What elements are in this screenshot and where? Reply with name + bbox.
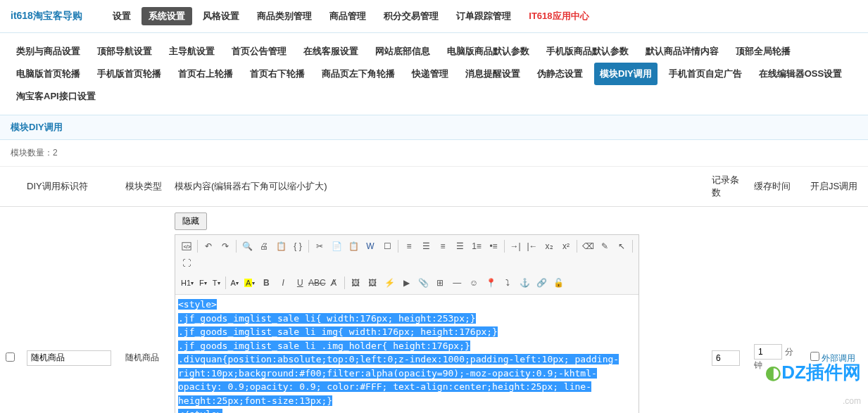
fullscreen-icon[interactable]: ⛶ bbox=[179, 255, 194, 271]
preview-icon[interactable]: 🔍 bbox=[239, 239, 255, 254]
top-nav-item[interactable]: IT618应用中心 bbox=[522, 7, 596, 25]
link-icon[interactable]: 🔗 bbox=[534, 275, 549, 291]
multi-image-icon[interactable]: 🖼 bbox=[365, 275, 380, 291]
col-type: 模块类型 bbox=[120, 167, 169, 207]
top-nav-item[interactable]: 系统设置 bbox=[141, 7, 192, 25]
sub-nav-item[interactable]: 手机版首页轮播 bbox=[92, 63, 167, 85]
paste-icon[interactable]: 📋 bbox=[346, 239, 361, 254]
align-left-icon[interactable]: ≡ bbox=[401, 239, 417, 254]
font-family-select[interactable]: F ▾ bbox=[197, 276, 209, 290]
pagebreak-icon[interactable]: ⤵ bbox=[500, 275, 515, 291]
underline-icon[interactable]: U bbox=[292, 275, 308, 291]
sub-nav-item[interactable]: 首页公告管理 bbox=[226, 40, 292, 63]
top-nav-item[interactable]: 风格设置 bbox=[196, 7, 246, 25]
count-label: 模块数量： bbox=[11, 148, 53, 158]
editor-toolbar: </>↶↷🔍🖨📋{ }✂📄📋W☐≡☰≡☰1≡•≡→||←x₂x²⌫✎↖⛶H1 ▾… bbox=[175, 235, 639, 295]
external-link[interactable]: 外部调用 bbox=[819, 353, 855, 363]
italic-icon[interactable]: I bbox=[275, 275, 291, 291]
source-icon[interactable]: </> bbox=[179, 239, 194, 254]
rich-text-editor: </>↶↷🔍🖨📋{ }✂📄📋W☐≡☰≡☰1≡•≡→||←x₂x²⌫✎↖⛶H1 ▾… bbox=[175, 234, 639, 413]
emoji-icon[interactable]: ☺ bbox=[466, 275, 482, 291]
heading-select[interactable]: H1 ▾ bbox=[179, 276, 196, 290]
outdent-icon[interactable]: |← bbox=[524, 239, 540, 254]
table-icon[interactable]: ⊞ bbox=[432, 275, 448, 291]
file-icon[interactable]: 📎 bbox=[415, 275, 431, 291]
sub-nav-item[interactable]: 首页右上轮播 bbox=[172, 63, 239, 85]
top-nav: it618淘宝客导购 设置系统设置风格设置商品类别管理商品管理积分交易管理订单跟… bbox=[0, 0, 868, 33]
redo-icon[interactable]: ↷ bbox=[218, 239, 233, 254]
template-icon[interactable]: 📋 bbox=[273, 239, 289, 254]
sub-nav-item[interactable]: 首页右下轮播 bbox=[244, 63, 310, 85]
sub-nav-item[interactable]: 快递管理 bbox=[406, 63, 454, 85]
hr-icon[interactable]: — bbox=[449, 275, 465, 291]
ordered-list-icon[interactable]: 1≡ bbox=[469, 239, 484, 254]
top-nav-item[interactable]: 商品管理 bbox=[322, 7, 373, 25]
top-nav-item[interactable]: 商品类别管理 bbox=[250, 7, 319, 25]
toolbar-separator bbox=[577, 240, 577, 253]
editor-content[interactable]: <style>.jf_goods_imglist_sale li{ width:… bbox=[175, 295, 639, 413]
sub-nav-item[interactable]: 消息提醒设置 bbox=[460, 63, 526, 85]
sub-nav-item[interactable]: 电脑版首页轮播 bbox=[11, 63, 86, 85]
toolbar-separator bbox=[197, 240, 198, 253]
media-icon[interactable]: ▶ bbox=[398, 275, 414, 291]
bold-icon[interactable]: B bbox=[258, 275, 274, 291]
print-icon[interactable]: 🖨 bbox=[256, 239, 272, 254]
font-color-select[interactable]: A ▾ bbox=[229, 276, 241, 290]
strike-icon[interactable]: ABC bbox=[309, 275, 325, 291]
subscript-icon[interactable]: x₂ bbox=[541, 239, 557, 254]
sub-nav-item[interactable]: 顶部全局轮播 bbox=[730, 40, 796, 63]
map-icon[interactable]: 📍 bbox=[483, 275, 498, 291]
sub-nav-item[interactable]: 伪静态设置 bbox=[532, 63, 589, 85]
row-checkbox[interactable] bbox=[6, 352, 15, 362]
top-nav-item[interactable]: 积分交易管理 bbox=[377, 7, 446, 25]
sub-nav-item[interactable]: 商品页左下角轮播 bbox=[316, 63, 401, 85]
col-jscall: 开启JS调用 bbox=[805, 167, 868, 207]
flash-icon[interactable]: ⚡ bbox=[382, 275, 397, 291]
align-center-icon[interactable]: ☰ bbox=[418, 239, 434, 254]
anchor-icon[interactable]: ⚓ bbox=[517, 275, 532, 291]
code-icon[interactable]: { } bbox=[290, 239, 306, 254]
sub-nav-item[interactable]: 淘宝客API接口设置 bbox=[11, 85, 101, 108]
external-checkbox[interactable] bbox=[810, 352, 819, 361]
sub-nav-item[interactable]: 在线客服设置 bbox=[298, 40, 364, 63]
cut-icon[interactable]: ✂ bbox=[312, 239, 327, 254]
table-row: 随机商品隐藏</>↶↷🔍🖨📋{ }✂📄📋W☐≡☰≡☰1≡•≡→||←x₂x²⌫✎… bbox=[0, 207, 868, 414]
image-icon[interactable]: 🖼 bbox=[348, 275, 363, 291]
sub-nav-item[interactable]: 类别与商品设置 bbox=[11, 40, 86, 63]
align-justify-icon[interactable]: ☰ bbox=[452, 239, 467, 254]
select-all-icon[interactable]: ☐ bbox=[379, 239, 395, 254]
superscript-icon[interactable]: x² bbox=[558, 239, 574, 254]
id-input[interactable] bbox=[27, 350, 111, 366]
indent-icon[interactable]: →| bbox=[508, 239, 523, 254]
sub-nav-item[interactable]: 默认商品详情内容 bbox=[640, 40, 724, 63]
unlink-icon[interactable]: 🔓 bbox=[551, 275, 566, 291]
records-input[interactable] bbox=[712, 350, 740, 366]
cache-input[interactable] bbox=[754, 344, 782, 360]
paste-word-icon[interactable]: W bbox=[363, 239, 378, 254]
bg-color-select[interactable]: A ▾ bbox=[242, 276, 257, 290]
align-right-icon[interactable]: ≡ bbox=[435, 239, 451, 254]
clear-format-icon[interactable]: ⌫ bbox=[580, 239, 596, 254]
page-title: 模块DIY调用 bbox=[0, 115, 868, 140]
toggle-editor-button[interactable]: 隐藏 bbox=[175, 212, 207, 230]
sub-nav-item[interactable]: 网站底部信息 bbox=[370, 40, 436, 63]
sub-nav-item[interactable]: 手机首页自定广告 bbox=[663, 63, 748, 85]
quick-format-icon[interactable]: ✎ bbox=[597, 239, 612, 254]
copy-icon[interactable]: 📄 bbox=[329, 239, 344, 254]
col-cache: 缓存时间 bbox=[748, 167, 805, 207]
sub-nav-item[interactable]: 电脑版商品默认参数 bbox=[441, 40, 535, 63]
toolbar-separator bbox=[632, 240, 633, 253]
undo-icon[interactable]: ↶ bbox=[201, 239, 216, 254]
font-size-select[interactable]: T ▾ bbox=[210, 276, 222, 290]
remove-format-icon[interactable]: A̸ bbox=[326, 275, 341, 291]
top-nav-item[interactable]: 设置 bbox=[106, 7, 138, 25]
top-nav-item[interactable]: 订单跟踪管理 bbox=[449, 7, 518, 25]
sub-nav-item[interactable]: 模块DIY调用 bbox=[594, 63, 658, 85]
select-icon[interactable]: ↖ bbox=[614, 239, 629, 254]
toolbar-separator bbox=[225, 277, 226, 289]
sub-nav-item[interactable]: 主导航设置 bbox=[163, 40, 220, 63]
unordered-list-icon[interactable]: •≡ bbox=[486, 239, 501, 254]
sub-nav-item[interactable]: 顶部导航设置 bbox=[92, 40, 158, 63]
sub-nav-item[interactable]: 手机版商品默认参数 bbox=[541, 40, 634, 63]
sub-nav-item[interactable]: 在线编辑器OSS设置 bbox=[753, 63, 848, 85]
